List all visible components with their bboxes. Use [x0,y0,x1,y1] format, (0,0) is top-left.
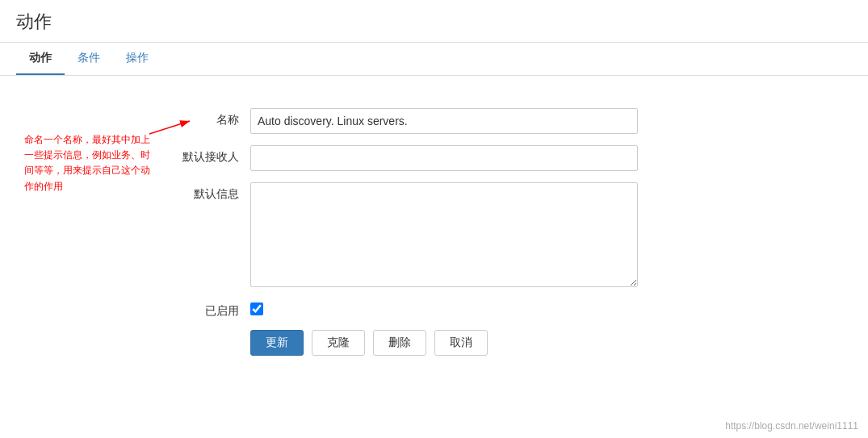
enabled-row: 已启用 [16,301,852,319]
enabled-checkbox-wrap [250,301,263,315]
form-section: 命名一个名称，最好其中加上一些提示信息，例如业务、时间等等，用来提示自己这个动作… [16,108,852,356]
enabled-label: 已启用 [16,301,250,319]
page-title: 动作 [16,10,852,34]
content-area: 命名一个名称，最好其中加上一些提示信息，例如业务、时间等等，用来提示自己这个动作… [0,76,868,372]
name-input[interactable] [250,108,638,134]
annotation-text: 命名一个名称，最好其中加上一些提示信息，例如业务、时间等等，用来提示自己这个动作… [24,132,157,194]
buttons-row: 更新 克隆 删除 取消 [16,330,852,356]
tab-operation[interactable]: 操作 [113,43,161,75]
default-receiver-input-wrap [250,145,638,171]
tab-condition[interactable]: 条件 [65,43,113,75]
update-button[interactable]: 更新 [250,330,304,356]
delete-button[interactable]: 删除 [373,330,426,356]
tab-action[interactable]: 动作 [16,43,65,75]
page-header: 动作 [0,0,868,43]
tabs-bar: 动作 条件 操作 [0,43,868,76]
cancel-button[interactable]: 取消 [434,330,488,356]
default-message-input-wrap [250,182,638,290]
default-message-row: 默认信息 [16,182,852,290]
name-input-wrap [250,108,638,134]
clone-button[interactable]: 克隆 [312,330,365,356]
name-row: 名称 [16,108,852,134]
svg-line-1 [149,121,190,134]
name-label: 名称 [16,108,250,127]
annotation-arrow [149,118,198,140]
default-message-textarea[interactable] [250,182,638,287]
default-receiver-input[interactable] [250,145,638,171]
enabled-checkbox[interactable] [250,302,263,315]
